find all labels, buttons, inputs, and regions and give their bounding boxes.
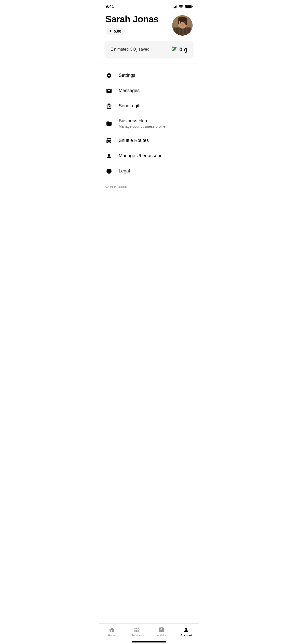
svg-point-15 [183,22,185,24]
co2-card: Estimated CO2 saved 0 g [104,41,194,58]
menu-text-shuttle-routes: Shuttle Routes [119,138,193,143]
menu-title-shuttle-routes: Shuttle Routes [119,138,193,143]
info-icon [105,168,113,174]
header-left: Sarah Jonas ★ 5.00 [105,14,172,35]
svg-rect-12 [178,19,179,24]
user-name: Sarah Jonas [105,14,172,24]
svg-rect-17 [183,22,185,22]
menu-title-settings: Settings [119,73,193,78]
avatar-image [172,15,193,36]
menu-text-manage-account: Manage Uber account [119,153,193,159]
menu-item-settings[interactable]: Settings [99,68,199,83]
rating-badge: ★ 5.00 [105,27,125,35]
battery-icon [185,5,193,8]
svg-rect-13 [185,19,187,25]
menu-item-legal[interactable]: Legal [99,164,199,179]
rating-value: 5.00 [114,29,121,33]
person-svg [106,153,112,159]
svg-rect-16 [180,22,182,22]
svg-point-14 [180,22,181,24]
avatar[interactable] [172,15,193,36]
menu-subtitle-business-hub: Manage your business profile [119,124,193,128]
svg-point-18 [182,24,183,25]
envelope-icon [105,88,113,94]
menu-item-shuttle-routes[interactable]: Shuttle Routes [99,133,199,148]
leaf-svg [171,46,177,52]
wifi-icon [179,5,183,8]
star-icon: ★ [109,29,112,33]
gift-icon [105,103,113,109]
co2-value-wrapper: 0 g [171,46,187,53]
leaf-icon [171,46,177,53]
info-svg [106,168,112,174]
co2-value: 0 g [179,46,187,53]
briefcase-icon [105,120,113,126]
menu-title-business-hub: Business Hub [119,118,193,124]
svg-rect-5 [179,27,180,36]
co2-label: Estimated CO2 saved [111,47,150,52]
svg-rect-8 [190,27,191,36]
menu-text-messages: Messages [119,88,193,94]
menu-list: Settings Messages [99,66,199,181]
menu-item-send-gift[interactable]: Send a gift [99,98,199,114]
menu-item-manage-account[interactable]: Manage Uber account [99,148,199,164]
gift-svg [106,103,112,109]
shuttle-svg [106,138,112,144]
divider [99,64,199,64]
envelope-svg [106,88,112,94]
menu-title-legal: Legal [119,168,193,174]
svg-rect-7 [186,27,187,36]
menu-title-manage-account: Manage Uber account [119,153,193,159]
gear-icon [105,72,113,79]
menu-title-send-gift: Send a gift [119,103,193,109]
menu-text-legal: Legal [119,168,193,174]
menu-item-messages[interactable]: Messages [99,83,199,98]
briefcase-svg [106,120,112,126]
status-icons [173,5,193,8]
status-bar: 9:41 [99,0,199,12]
svg-rect-4 [175,27,176,36]
version-text: v3.606.10000 [99,181,199,195]
menu-text-settings: Settings [119,73,193,78]
menu-title-messages: Messages [119,88,193,94]
status-time: 9:41 [105,4,114,9]
menu-text-business-hub: Business Hub Manage your business profil… [119,118,193,128]
menu-item-business-hub[interactable]: Business Hub Manage your business profil… [99,114,199,133]
signal-bars-icon [173,5,177,8]
menu-text-send-gift: Send a gift [119,103,193,109]
profile-header: Sarah Jonas ★ 5.00 [99,12,199,40]
svg-rect-6 [182,27,184,36]
gear-svg [106,72,112,79]
shuttle-icon [105,138,113,144]
person-icon [105,153,113,159]
